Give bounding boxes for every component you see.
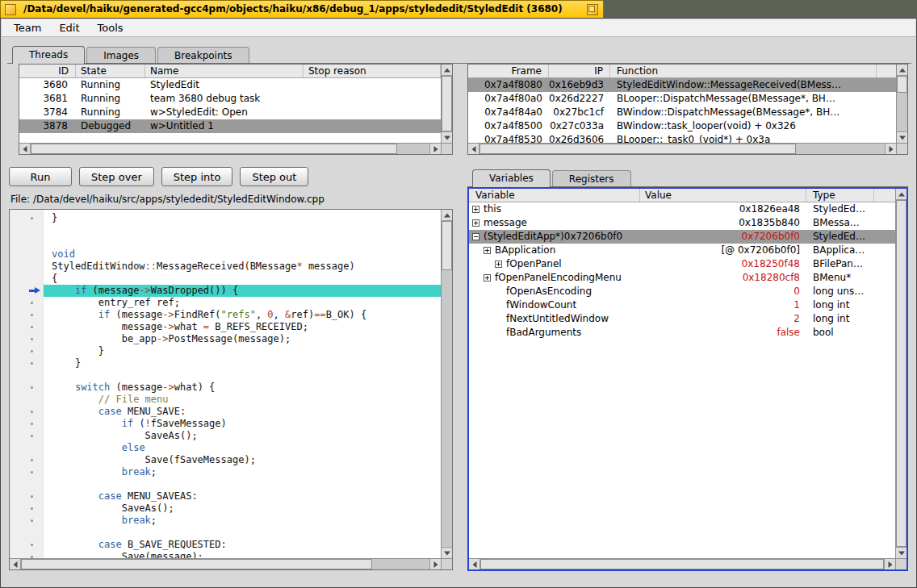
stack-frame-row[interactable]: 0x7a4f84a00x27bc1cfBWindow::DispatchMess… (468, 106, 896, 119)
gutter-cell[interactable] (10, 394, 44, 406)
scroll-up-button[interactable] (442, 210, 452, 221)
expand-icon[interactable] (484, 274, 491, 281)
step-over-button[interactable]: Step over (79, 167, 154, 186)
variable-row[interactable]: fWindowCount1long int (469, 298, 895, 312)
expand-icon[interactable] (495, 261, 502, 268)
scroll-left-button[interactable] (469, 559, 480, 569)
gutter-cell[interactable] (10, 490, 44, 503)
expand-icon[interactable] (484, 247, 491, 254)
scroll-track[interactable] (21, 559, 429, 569)
step-out-button[interactable]: Step out (240, 167, 308, 186)
vars-tab-registers[interactable]: Registers (552, 170, 631, 186)
scroll-thumb[interactable] (896, 200, 907, 547)
source-hscrollbar[interactable] (10, 558, 441, 569)
scroll-left-button[interactable] (19, 144, 31, 154)
stack-frame-row[interactable]: 0x7a4f85300x26d3606BLooper::_task0_(void… (468, 133, 896, 143)
scroll-track[interactable] (442, 221, 452, 547)
variables-vscrollbar[interactable] (895, 189, 907, 558)
gutter-cell[interactable] (10, 261, 44, 273)
top-tab-breakpoints[interactable]: Breakpoints (157, 47, 249, 63)
column-header-state[interactable]: State (76, 65, 145, 77)
scroll-left-button[interactable] (468, 144, 479, 154)
variable-row[interactable]: fOpenAsEncoding0long uns… (469, 285, 895, 298)
stack-hscrollbar[interactable] (468, 143, 896, 154)
gutter-cell[interactable] (10, 345, 44, 357)
scroll-down-button[interactable] (442, 131, 452, 143)
gutter-cell[interactable] (10, 297, 44, 309)
column-header-function[interactable]: Function (610, 65, 877, 77)
variable-row[interactable]: message0x1835b840BMessa… (469, 216, 895, 230)
thread-row[interactable]: 3784Runningw>StyledEdit: Open (19, 106, 441, 119)
close-icon[interactable] (5, 4, 16, 15)
gutter-cell[interactable] (10, 551, 44, 558)
scroll-up-button[interactable] (896, 189, 907, 200)
scroll-thumb[interactable] (479, 144, 796, 154)
scroll-track[interactable] (442, 76, 452, 131)
collapse-icon[interactable] (472, 233, 479, 240)
expand-icon[interactable] (472, 206, 479, 213)
scroll-track[interactable] (896, 200, 907, 547)
gutter-cell[interactable] (10, 466, 44, 478)
scroll-right-button[interactable] (885, 144, 896, 154)
gutter-cell[interactable] (10, 418, 44, 430)
column-header-frame[interactable]: Frame (468, 65, 549, 77)
column-header-name[interactable]: Name (145, 65, 304, 77)
gutter-cell[interactable] (10, 515, 44, 527)
gutter-cell[interactable] (10, 285, 44, 297)
column-header-ip[interactable]: IP (549, 65, 610, 77)
gutter-cell[interactable] (10, 333, 44, 345)
variable-row[interactable]: fNextUntitledWindow2long int (469, 312, 895, 326)
gutter-cell[interactable] (10, 248, 44, 261)
stack-vscrollbar[interactable] (896, 65, 907, 143)
stack-frame-row[interactable]: 0x7a4f80800x16eb9d3StyledEditWindow::Mes… (468, 78, 896, 92)
gutter-cell[interactable] (10, 309, 44, 321)
gutter-cell[interactable] (10, 430, 44, 442)
gutter-cell[interactable] (10, 224, 44, 236)
gutter-cell[interactable] (10, 273, 44, 285)
scroll-right-button[interactable] (429, 559, 441, 569)
gutter-cell[interactable] (10, 527, 44, 539)
gutter-cell[interactable] (10, 357, 44, 369)
vars-tab-variables[interactable]: Variables (472, 169, 551, 187)
variable-row[interactable]: fOpenPanel0x18250f48BFilePan… (469, 257, 895, 271)
threads-hscrollbar[interactable] (19, 143, 441, 154)
menu-edit[interactable]: Edit (50, 19, 88, 36)
column-header-value[interactable]: Value (640, 189, 806, 202)
scroll-up-button[interactable] (897, 65, 907, 76)
variable-row[interactable]: (StyledEditApp*)0x7206b0f00x7206b0f0Styl… (469, 230, 895, 244)
thread-row[interactable]: 3680RunningStyledEdit (19, 78, 441, 92)
scroll-down-button[interactable] (896, 547, 907, 558)
source-vscrollbar[interactable] (441, 210, 452, 558)
scroll-left-button[interactable] (10, 559, 21, 569)
gutter-cell[interactable] (10, 442, 44, 454)
column-header-id[interactable]: ID (19, 65, 76, 77)
variable-row[interactable]: BApplication[@ 0x7206b0f0]BApplica… (469, 244, 895, 257)
variable-row[interactable]: fBadArgumentsfalsebool (469, 326, 895, 340)
scroll-right-button[interactable] (429, 144, 441, 154)
column-header-type[interactable]: Type (806, 189, 874, 202)
stack-frame-row[interactable]: 0x7a4f80a00x26d2227BLooper::DispatchMess… (468, 92, 896, 106)
scroll-thumb[interactable] (442, 76, 452, 131)
scroll-track[interactable] (479, 144, 885, 154)
thread-row[interactable]: 3878Debuggedw>Untitled 1 (19, 119, 441, 133)
run-button[interactable]: Run (9, 167, 72, 186)
column-header-stop-reason[interactable]: Stop reason (304, 65, 441, 77)
menu-team[interactable]: Team (5, 19, 50, 36)
gutter-cell[interactable] (10, 454, 44, 466)
gutter-cell[interactable] (10, 321, 44, 333)
step-into-button[interactable]: Step into (161, 167, 233, 186)
scroll-track[interactable] (897, 76, 907, 131)
thread-row[interactable]: 3681Runningteam 3680 debug task (19, 92, 441, 106)
expand-icon[interactable] (472, 219, 479, 227)
top-tab-images[interactable]: Images (86, 47, 156, 63)
scroll-thumb[interactable] (442, 221, 452, 270)
top-tab-threads[interactable]: Threads (12, 46, 85, 64)
scroll-track[interactable] (31, 144, 429, 154)
gutter-cell[interactable] (10, 503, 44, 515)
gutter-cell[interactable] (10, 236, 44, 248)
stack-frame-row[interactable]: 0x7a4f85000x27c033aBWindow::task_looper(… (468, 119, 896, 133)
variables-hscrollbar[interactable] (469, 558, 895, 569)
gutter-cell[interactable] (10, 539, 44, 551)
scroll-down-button[interactable] (897, 131, 907, 143)
zoom-icon[interactable] (587, 4, 598, 15)
